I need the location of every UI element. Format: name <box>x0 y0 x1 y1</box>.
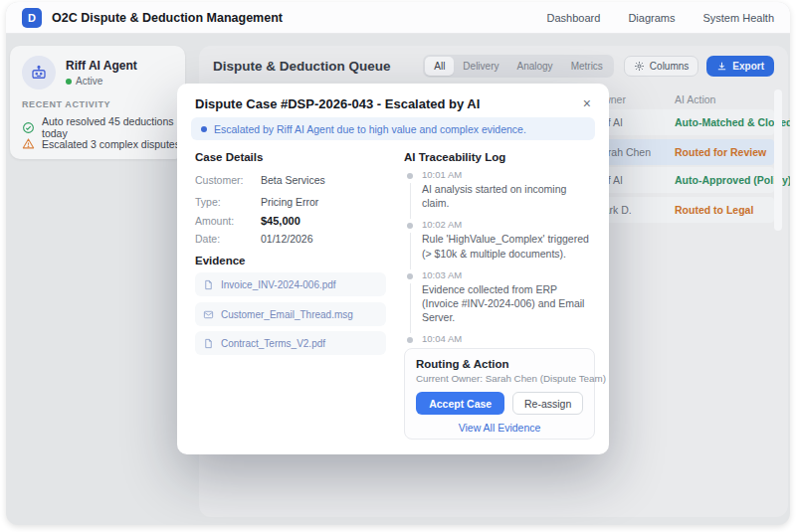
field-label: Type: <box>195 196 261 208</box>
field-label: Amount: <box>195 215 261 227</box>
routing-heading: Routing & Action <box>416 358 583 370</box>
app-window: D O2C Dispute & Deduction Management Das… <box>6 2 790 525</box>
check-circle-icon <box>22 121 35 134</box>
field-date: Date: 01/12/2026 <box>195 233 386 245</box>
row-ai-action: Auto-Matched & Closed <box>675 116 790 128</box>
log-entry: 10:02 AM Rule 'HighValue_Complex' trigge… <box>404 219 595 260</box>
app-logo-icon: D <box>22 8 42 28</box>
dispute-case-modal: Dispute Case #DSP-2026-043 - Escalated b… <box>177 84 609 454</box>
filter-all[interactable]: All <box>425 57 454 76</box>
evidence-file-name: Invoice_INV-2024-006.pdf <box>221 279 336 290</box>
file-icon <box>203 338 214 349</box>
nav-dashboard[interactable]: Dashboard <box>547 12 601 24</box>
field-value: 01/12/2026 <box>261 233 313 245</box>
agent-status: Active <box>66 76 102 87</box>
log-time: 10:04 AM <box>422 333 595 344</box>
gear-icon <box>634 61 645 72</box>
email-icon <box>203 309 214 320</box>
columns-button-label: Columns <box>650 61 689 72</box>
agent-sidebar-card: Riff AI Agent Active RECENT ACTIVITY Aut… <box>10 46 185 159</box>
trace-log-heading: AI Traceability Log <box>404 151 595 163</box>
field-amount: Amount: $45,000 <box>195 215 386 227</box>
filter-metrics[interactable]: Metrics <box>562 57 612 76</box>
robot-avatar-icon <box>22 56 56 89</box>
queue-header: Dispute & Deduction Queue All Delivery A… <box>199 46 788 86</box>
field-value: Beta Services <box>261 174 325 186</box>
activity-text: Auto resolved 45 deductions today <box>42 115 185 139</box>
recent-activity-heading: RECENT ACTIVITY <box>22 99 110 109</box>
evidence-file-contract[interactable]: Contract_Terms_V2.pdf <box>195 331 386 355</box>
column-header-ai-action[interactable]: AI Action <box>675 93 715 105</box>
routing-action-card: Routing & Action Current Owner: Sarah Ch… <box>404 348 595 440</box>
activity-text: Escalated 3 complex disputes <box>42 138 180 150</box>
columns-button[interactable]: Columns <box>624 56 698 77</box>
top-nav: Dashboard Diagrams System Health <box>547 12 774 24</box>
log-time: 10:01 AM <box>422 169 595 180</box>
close-icon[interactable]: × <box>579 93 595 113</box>
case-details-section: Case Details Customer: Beta Services Typ… <box>195 151 386 163</box>
row-ai-action: Routed to Legal <box>675 204 753 216</box>
field-label: Customer: <box>195 174 261 186</box>
field-value: Pricing Error <box>261 196 318 208</box>
app-title: O2C Dispute & Deduction Management <box>52 11 283 25</box>
field-type: Type: Pricing Error <box>195 196 386 208</box>
download-icon <box>716 61 727 72</box>
current-owner-text: Current Owner: Sarah Chen (Dispute Team) <box>416 373 583 384</box>
filter-delivery[interactable]: Delivery <box>454 57 507 76</box>
log-entry: 10:03 AM Evidence collected from ERP (In… <box>404 269 595 325</box>
log-text: Evidence collected from ERP (Invoice #IN… <box>422 282 595 325</box>
escalation-banner-text: Escalated by Riff AI Agent due to high v… <box>214 123 526 135</box>
nav-diagrams[interactable]: Diagrams <box>628 12 675 24</box>
filter-analogy[interactable]: Analogy <box>507 57 561 76</box>
log-time: 10:03 AM <box>422 269 595 280</box>
reassign-button[interactable]: Re-assign <box>512 392 583 415</box>
activity-item: Escalated 3 complex disputes <box>22 137 180 150</box>
evidence-file-invoice[interactable]: Invoice_INV-2024-006.pdf <box>195 272 386 296</box>
file-icon <box>203 279 214 290</box>
log-text: Rule 'HighValue_Complex' triggered (> $1… <box>422 232 595 260</box>
export-button-label: Export <box>732 61 764 72</box>
case-details-heading: Case Details <box>195 151 386 163</box>
modal-title: Dispute Case #DSP-2026-043 - Escalated b… <box>195 96 480 111</box>
agent-name: Riff AI Agent <box>66 59 137 73</box>
nav-system-health[interactable]: System Health <box>702 12 774 24</box>
evidence-heading: Evidence <box>195 255 246 266</box>
row-ai-action: Routed for Review <box>675 146 766 158</box>
field-label: Date: <box>195 233 261 245</box>
status-dot-icon <box>66 79 72 85</box>
trace-log-section: AI Traceability Log 10:01 AM AI analysis… <box>404 151 595 163</box>
export-button[interactable]: Export <box>706 56 774 77</box>
activity-item: Auto resolved 45 deductions today <box>22 115 185 139</box>
agent-status-label: Active <box>76 76 102 87</box>
evidence-file-name: Customer_Email_Thread.msg <box>221 309 353 320</box>
field-customer: Customer: Beta Services <box>195 174 386 186</box>
accept-case-button[interactable]: Accept Case <box>416 392 504 415</box>
escalation-banner: Escalated by Riff AI Agent due to high v… <box>191 117 595 140</box>
warning-triangle-icon <box>22 137 35 150</box>
field-value: $45,000 <box>261 215 300 227</box>
top-bar: D O2C Dispute & Deduction Management Das… <box>6 2 790 34</box>
evidence-file-email[interactable]: Customer_Email_Thread.msg <box>195 302 386 326</box>
queue-title: Dispute & Deduction Queue <box>213 59 391 74</box>
info-dot-icon <box>201 126 207 132</box>
evidence-file-name: Contract_Terms_V2.pdf <box>221 338 325 349</box>
filter-segmented-control: All Delivery Analogy Metrics <box>423 55 614 78</box>
log-entry: 10:01 AM AI analysis started on incoming… <box>404 169 595 210</box>
row-ai-action: Auto-Approved (Policy) <box>675 174 790 186</box>
log-text: AI analysis started on incoming claim. <box>422 182 595 210</box>
view-all-evidence-link[interactable]: View All Evidence <box>416 422 583 434</box>
table-scrollbar[interactable] <box>774 89 782 231</box>
log-time: 10:02 AM <box>422 219 595 230</box>
